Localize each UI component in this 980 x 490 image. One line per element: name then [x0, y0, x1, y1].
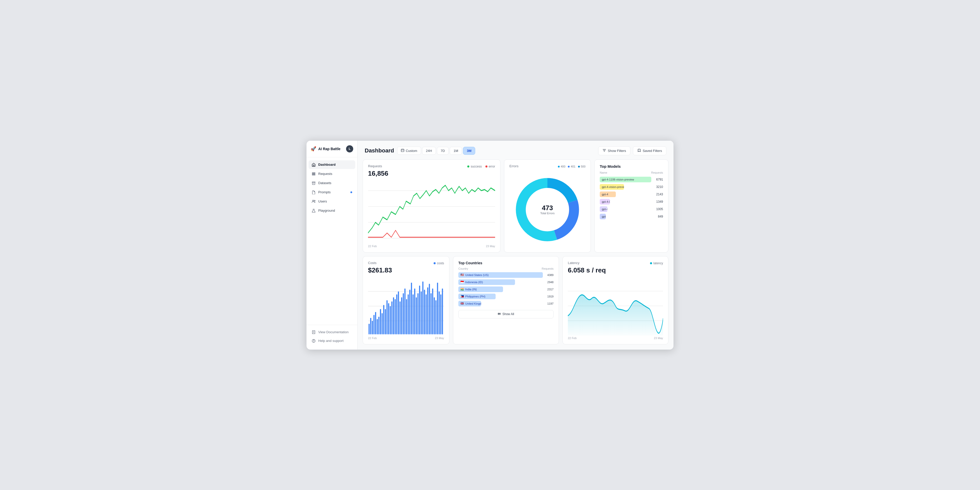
- country-row-3: 🇵🇭 Philippines (PH) 1919: [458, 294, 554, 299]
- country-row-2: 🇮🇳 India (IN) 2317: [458, 286, 554, 292]
- svg-rect-33: [390, 306, 391, 334]
- file-icon: [312, 190, 316, 194]
- model-count-5: 849: [654, 215, 663, 218]
- svg-rect-45: [409, 290, 410, 334]
- sidebar-footer: View Documentation Help and support: [307, 325, 357, 350]
- country-bar-2: 🇮🇳 India (IN): [458, 286, 503, 292]
- legend-401: 401: [568, 165, 575, 168]
- main-content: Dashboard Custom 24H 7D 1: [358, 141, 673, 350]
- model-name-1: gpt-4-vision-preview: [602, 185, 624, 188]
- sidebar-nav: Dashboard Requests Datasets Prompts: [307, 157, 357, 325]
- svg-rect-43: [406, 299, 407, 334]
- filter-7d[interactable]: 7D: [437, 147, 449, 155]
- model-name-0: gpt-4-1106-vision-preview: [602, 178, 634, 181]
- svg-rect-35: [393, 297, 394, 334]
- filter-3m[interactable]: 3M: [463, 147, 475, 155]
- svg-rect-47: [413, 294, 414, 334]
- svg-rect-41: [403, 293, 404, 334]
- svg-rect-51: [419, 286, 420, 334]
- svg-rect-54: [424, 290, 425, 334]
- svg-rect-34: [391, 301, 393, 334]
- requests-legend: success error: [467, 165, 495, 168]
- countries-table-header: Country Requests: [458, 267, 554, 270]
- costs-dates: 22 Feb 23 May: [368, 337, 444, 340]
- svg-rect-50: [417, 293, 418, 334]
- errors-title: Errors: [509, 164, 518, 168]
- models-table-header: Name Requests: [600, 171, 663, 174]
- model-name-3: gpt-4-0125-preview: [602, 200, 610, 203]
- dashboard-grid: Requests success error 16,8: [358, 159, 673, 350]
- model-count-2: 2143: [654, 193, 663, 196]
- sidebar-item-datasets[interactable]: Datasets: [309, 179, 355, 187]
- legend-400: 400: [558, 165, 565, 168]
- filter-1m[interactable]: 1M: [450, 147, 462, 155]
- country-row-0: 🇺🇸 United States (US) 4389: [458, 272, 554, 278]
- models-col-name: Name: [600, 171, 607, 174]
- latency-dates: 22 Feb 23 May: [568, 337, 663, 340]
- country-bar-wrap-3: 🇵🇭 Philippines (PH): [458, 294, 543, 299]
- svg-rect-40: [401, 297, 402, 334]
- main-header: Dashboard Custom 24H 7D 1: [358, 141, 673, 159]
- latency-title: Latency: [568, 261, 579, 265]
- model-count-3: 1349: [654, 200, 663, 204]
- country-row-4: 🇬🇧 United Kingdom (GB) 1197: [458, 301, 554, 306]
- svg-rect-20: [369, 324, 369, 334]
- svg-rect-21: [370, 318, 371, 334]
- country-count-0: 4389: [545, 273, 554, 276]
- svg-rect-3: [312, 182, 315, 183]
- costs-legend-label: costs: [437, 262, 444, 265]
- filter-custom[interactable]: Custom: [397, 147, 421, 155]
- latency-legend-label: latency: [653, 262, 663, 265]
- legend-error-label: error: [489, 165, 495, 168]
- model-bar-5: gpt-3.5-turbo-1106: [600, 214, 606, 219]
- top-models-card: Top Models Name Requests gpt-4-1106-visi…: [594, 159, 668, 252]
- costs-value: $261.83: [368, 267, 444, 274]
- view-documentation-link[interactable]: View Documentation: [309, 328, 355, 336]
- sidebar-item-dashboard[interactable]: Dashboard: [309, 160, 355, 169]
- top-models-title: Top Models: [600, 164, 663, 169]
- svg-rect-62: [437, 283, 438, 334]
- svg-rect-39: [399, 301, 401, 334]
- sidebar-item-prompts[interactable]: Prompts: [309, 188, 355, 196]
- sidebar-item-label: Users: [318, 200, 327, 203]
- model-count-0: 6791: [654, 178, 663, 181]
- show-filters-button[interactable]: Show Filters: [598, 146, 631, 155]
- model-row-0: gpt-4-1106-vision-preview 6791: [600, 177, 663, 182]
- flag-ph: 🇵🇭: [460, 295, 464, 298]
- svg-rect-24: [375, 312, 376, 334]
- svg-rect-26: [378, 317, 379, 334]
- model-name-2: gpt-4: [602, 193, 608, 196]
- show-all-button[interactable]: Show All: [458, 310, 554, 318]
- country-name-1: Indonesia (ID): [465, 281, 483, 284]
- sidebar-item-requests[interactable]: Requests: [309, 169, 355, 178]
- svg-rect-46: [411, 283, 412, 334]
- svg-rect-31: [387, 300, 387, 334]
- saved-filters-button[interactable]: Saved Filters: [633, 146, 667, 155]
- sidebar-item-users[interactable]: Users: [309, 197, 355, 206]
- avatar[interactable]: L: [346, 145, 353, 152]
- docs-label: View Documentation: [318, 330, 348, 334]
- svg-rect-32: [388, 303, 389, 334]
- svg-rect-22: [372, 321, 373, 334]
- archive-icon: [312, 181, 316, 185]
- costs-legend: costs: [434, 262, 444, 265]
- total-errors-value: 473: [540, 204, 555, 212]
- filter-icon: [603, 148, 606, 153]
- home-icon: [312, 163, 316, 167]
- country-count-1: 2948: [545, 281, 554, 284]
- svg-rect-64: [440, 294, 441, 334]
- model-bar-wrap-5: gpt-3.5-turbo-1106: [600, 214, 651, 219]
- svg-rect-28: [382, 313, 383, 334]
- costs-card: Costs costs $261.83: [363, 256, 449, 345]
- filter-24h[interactable]: 24H: [422, 147, 436, 155]
- model-bar-1: gpt-4-vision-preview: [600, 184, 624, 190]
- sidebar-item-playground[interactable]: Playground: [309, 206, 355, 215]
- svg-rect-36: [395, 299, 396, 334]
- svg-rect-37: [396, 294, 397, 334]
- latency-dot: [650, 262, 652, 264]
- help-support-link[interactable]: Help and support: [309, 337, 355, 345]
- requests-chart: [368, 180, 495, 244]
- svg-point-4: [313, 200, 314, 201]
- errors-card: Errors 400 401: [504, 159, 591, 252]
- svg-rect-61: [435, 300, 436, 334]
